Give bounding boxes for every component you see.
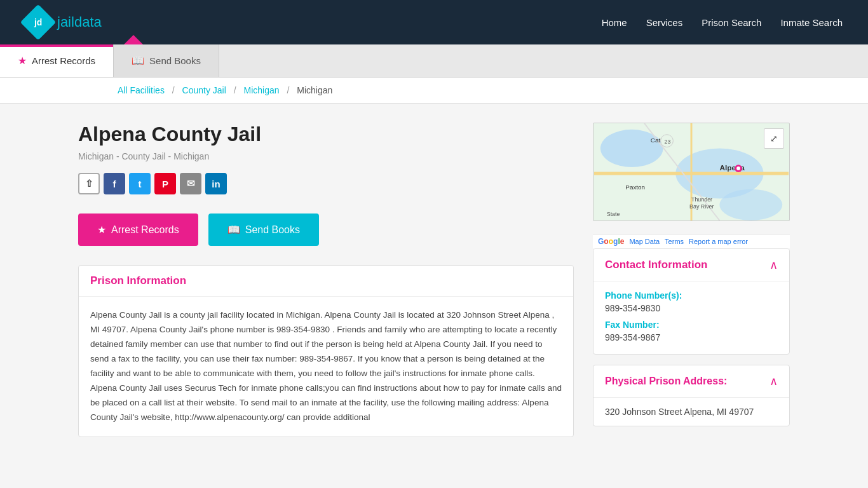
address-chevron-icon[interactable]: ∧ — [770, 374, 778, 388]
tab-send-books[interactable]: 📖 Send Books — [114, 44, 219, 77]
book-icon-btn: 📖 — [227, 224, 240, 236]
address-body: 320 Johnson Street Alpena, MI 49707 — [593, 398, 789, 426]
arrest-records-btn-label: Arrest Records — [111, 224, 179, 236]
breadcrumb-current: Michigan — [297, 85, 332, 95]
address-header: Physical Prison Address: ∧ — [593, 365, 789, 398]
social-twitter-icon[interactable]: t — [129, 173, 151, 194]
contact-info-header: Contact Information ∧ — [593, 249, 789, 281]
contact-info-title: Contact Information — [605, 259, 708, 271]
social-pinterest-icon[interactable]: P — [154, 173, 176, 194]
page-title: Alpena County Jail — [78, 123, 574, 146]
svg-point-3 — [719, 189, 782, 220]
logo-text: jaildata — [57, 14, 102, 30]
page-subtitle: Michigan - County Jail - Michigan — [78, 151, 574, 161]
fax-value: 989-354-9867 — [605, 332, 778, 342]
nav-inmate-search[interactable]: Inmate Search — [780, 17, 843, 28]
phone-value: 989-354-9830 — [605, 303, 778, 313]
map-expand-button[interactable]: ⤢ — [764, 128, 784, 149]
prison-info-text: Alpena County Jail is a county jail faci… — [90, 308, 562, 425]
svg-text:Thunder: Thunder — [691, 196, 712, 203]
phone-label: Phone Number(s): — [605, 290, 778, 301]
fax-label: Fax Number: — [605, 320, 778, 330]
expand-icon: ⤢ — [770, 133, 778, 144]
star-icon: ★ — [18, 55, 27, 67]
map-container: Cathro 23 Alpena Paxton Thunder Bay Rive… — [593, 123, 790, 221]
send-books-button[interactable]: 📖 Send Books — [208, 214, 319, 246]
social-email-icon[interactable]: ✉ — [180, 173, 201, 194]
breadcrumb-sep-2: / — [234, 85, 236, 95]
address-title: Physical Prison Address: — [605, 376, 727, 387]
svg-text:State: State — [607, 211, 620, 217]
contact-info-body: Phone Number(s): 989-354-9830 Fax Number… — [593, 281, 789, 354]
social-facebook-icon[interactable]: f — [104, 173, 125, 194]
svg-text:Paxton: Paxton — [625, 184, 645, 191]
send-books-btn-label: Send Books — [245, 224, 300, 236]
address-card: Physical Prison Address: ∧ 320 Johnson S… — [593, 365, 790, 426]
navbar-links: Home Services Prison Search Inmate Searc… — [602, 17, 843, 28]
prison-info-title: Prison Information — [90, 274, 562, 287]
social-linkedin-icon[interactable]: in — [205, 173, 227, 194]
contact-chevron-icon[interactable]: ∧ — [770, 258, 778, 272]
nav-prison-search[interactable]: Prison Search — [702, 17, 761, 28]
svg-text:23: 23 — [665, 139, 671, 145]
tab-send-books-label: Send Books — [149, 55, 201, 66]
star-icon-btn: ★ — [97, 224, 106, 236]
prison-info-body: Alpena County Jail is a county jail faci… — [79, 297, 573, 437]
breadcrumb-county-jail[interactable]: County Jail — [182, 85, 226, 95]
social-share-icon[interactable]: ⇧ — [78, 173, 100, 194]
arrest-records-button[interactable]: ★ Arrest Records — [78, 214, 198, 246]
action-buttons: ★ Arrest Records 📖 Send Books — [78, 214, 574, 246]
map-data-link[interactable]: Map Data — [629, 238, 660, 245]
breadcrumb-sep-3: / — [287, 85, 289, 95]
google-logo: Google — [598, 237, 624, 246]
nav-home[interactable]: Home — [602, 17, 627, 28]
nav-services[interactable]: Services — [646, 17, 683, 28]
map-footer: Google Map Data Terms Report a map error — [593, 234, 790, 248]
svg-text:Bay River: Bay River — [689, 203, 714, 210]
prison-info-box: Prison Information Alpena County Jail is… — [78, 265, 574, 437]
logo-diamond: jd — [20, 4, 57, 41]
contact-info-card: Contact Information ∧ Phone Number(s): 9… — [593, 248, 790, 355]
tabs-bar: ★ Arrest Records 📖 Send Books — [0, 44, 868, 78]
map-terms-link[interactable]: Terms — [665, 238, 684, 245]
content-left: Alpena County Jail Michigan - County Jai… — [78, 123, 574, 437]
address-value: 320 Johnson Street Alpena, MI 49707 — [605, 407, 754, 417]
prison-info-header: Prison Information — [79, 266, 573, 297]
main-container: Alpena County Jail Michigan - County Jai… — [53, 104, 815, 456]
breadcrumb: All Facilities / County Jail / Michigan … — [0, 78, 868, 104]
active-tab-indicator — [124, 35, 143, 44]
breadcrumb-all-facilities[interactable]: All Facilities — [118, 85, 165, 95]
logo-jd-text: jd — [34, 17, 42, 27]
book-icon: 📖 — [132, 55, 144, 67]
tab-arrest-records-label: Arrest Records — [32, 55, 95, 66]
svg-point-16 — [736, 166, 740, 170]
social-icons: ⇧ f t P ✉ in — [78, 173, 574, 194]
breadcrumb-state[interactable]: Michigan — [244, 85, 280, 95]
map-svg: Cathro 23 Alpena Paxton Thunder Bay Rive… — [593, 123, 789, 220]
content-right: Cathro 23 Alpena Paxton Thunder Bay Rive… — [593, 123, 790, 437]
breadcrumb-sep-1: / — [172, 85, 175, 95]
logo-link[interactable]: jd jaildata — [25, 10, 102, 35]
tab-arrest-records[interactable]: ★ Arrest Records — [0, 44, 114, 77]
map-report-link[interactable]: Report a map error — [689, 238, 748, 245]
